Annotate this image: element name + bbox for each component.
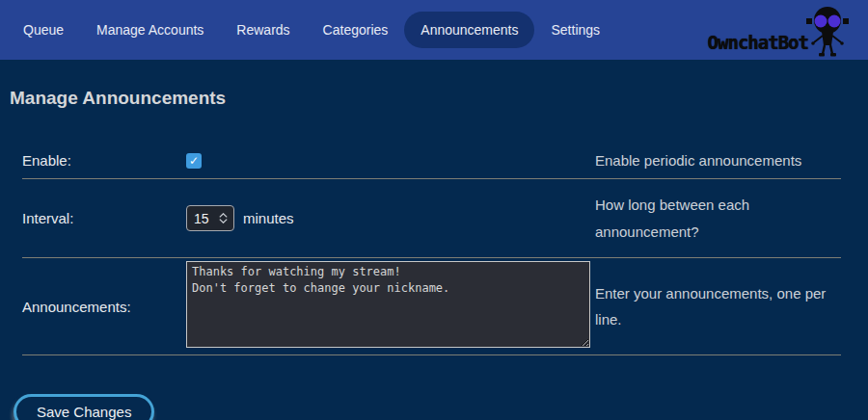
form-row-announcements: Announcements: Thanks for watching my st… (22, 258, 841, 355)
chevron-up-icon (219, 213, 228, 218)
ownchatbot-robot-icon (804, 6, 851, 58)
announcements-label: Announcements: (22, 299, 186, 315)
nav-item-manage-accounts[interactable]: Manage Accounts (80, 12, 220, 48)
top-navbar: Queue Manage Accounts Rewards Categories… (0, 0, 868, 60)
enable-label: Enable: (22, 152, 186, 169)
interval-unit-label: minutes (243, 210, 294, 226)
nav-item-queue[interactable]: Queue (7, 12, 80, 48)
nav-item-rewards[interactable]: Rewards (220, 12, 306, 48)
interval-spinner[interactable] (214, 213, 231, 223)
announcements-description: Enter your announcements, one per line. (595, 280, 841, 334)
save-changes-button[interactable]: Save Changes (14, 394, 154, 420)
enable-checkbox[interactable]: ✓ (186, 153, 202, 169)
form-row-interval: Interval: minutes How long between each … (22, 179, 841, 259)
nav-item-announcements[interactable]: Announcements (404, 12, 534, 48)
interval-label: Interval: (22, 210, 186, 226)
form-row-enable: Enable: ✓ Enable periodic announcements (22, 144, 841, 179)
main-content: Manage Announcements Enable: ✓ Enable pe… (0, 88, 868, 420)
page-title: Manage Announcements (10, 88, 868, 109)
enable-description: Enable periodic announcements (595, 147, 841, 174)
announcements-textarea[interactable]: Thanks for watching my stream! Don't for… (186, 261, 590, 348)
checkmark-icon: ✓ (189, 155, 199, 167)
interval-input[interactable] (187, 211, 214, 226)
interval-input-wrapper (186, 205, 234, 231)
ownchatbot-logo: OwnchatBot (708, 0, 868, 60)
nav-item-settings[interactable]: Settings (534, 12, 616, 48)
logo-text: OwnchatBot (708, 32, 808, 60)
nav-item-categories[interactable]: Categories (307, 12, 405, 48)
announcements-form: Enable: ✓ Enable periodic announcements … (22, 144, 841, 355)
chevron-down-icon (219, 219, 228, 223)
interval-description: How long between each announcement? (595, 192, 841, 246)
